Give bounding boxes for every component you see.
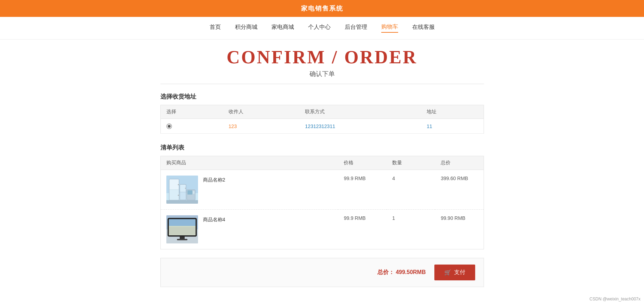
order-table: 购买商品 价格 数量 总价 xyxy=(160,156,484,249)
order-col-price: 价格 xyxy=(338,156,387,170)
svg-rect-24 xyxy=(177,239,187,240)
product-name-1: 商品名称2 xyxy=(203,176,225,183)
product-image-2 xyxy=(166,215,198,243)
cart-icon: 🛒 xyxy=(444,269,451,276)
nav-item-points-mall[interactable]: 积分商城 xyxy=(235,24,257,32)
pay-button[interactable]: 🛒 支付 xyxy=(434,265,475,280)
svg-rect-23 xyxy=(180,236,185,239)
address-table-header: 选择 收件人 联系方式 地址 xyxy=(160,105,484,119)
svg-rect-20 xyxy=(169,219,196,226)
svg-rect-4 xyxy=(170,190,179,200)
order-price-2: 99.9 RMB xyxy=(338,210,387,249)
hero-title-sub: 确认下单 xyxy=(160,70,484,78)
watermark: CSDN @weixin_teach007x xyxy=(589,297,640,301)
address-row: 123 12312312311 11 xyxy=(160,119,484,134)
address-table: 选择 收件人 联系方式 地址 123 12312312311 11 xyxy=(160,105,484,134)
svg-rect-12 xyxy=(187,190,192,195)
order-row-1: 商品名称2 99.9 RMB 4 399.60 RMB xyxy=(160,170,484,210)
order-col-product: 购买商品 xyxy=(160,156,338,170)
page-content: CONFIRM / ORDER 确认下单 选择收货地址 选择 收件人 联系方式 … xyxy=(153,40,491,305)
order-product-cell-2: 商品名称4 xyxy=(160,210,338,249)
order-col-qty: 数量 xyxy=(387,156,435,170)
address-col-contact: 联系方式 xyxy=(299,105,421,119)
address-col-select: 选择 xyxy=(160,105,223,119)
address-radio[interactable] xyxy=(166,123,172,129)
order-col-total: 总价 xyxy=(435,156,484,170)
address-col-address: 地址 xyxy=(421,105,484,119)
address-contact: 12312312311 xyxy=(299,119,421,134)
nav-item-appliance-mall[interactable]: 家电商城 xyxy=(272,24,294,32)
order-total-2: 99.90 RMB xyxy=(435,210,484,249)
order-section-heading: 清单列表 xyxy=(160,144,484,152)
order-price-1: 99.9 RMB xyxy=(338,170,387,210)
total-price-label: 总价： 499.50RMB xyxy=(377,269,426,276)
address-address: 11 xyxy=(421,119,484,134)
address-col-recipient: 收件人 xyxy=(223,105,300,119)
order-qty-1: 4 xyxy=(387,170,435,210)
nav-item-personal-center[interactable]: 个人中心 xyxy=(308,24,331,32)
nav-item-admin[interactable]: 后台管理 xyxy=(345,24,367,32)
top-bar: 家电销售系统 xyxy=(0,0,644,17)
total-value: 499.50RMB xyxy=(396,269,426,275)
nav-item-cart[interactable]: 购物车 xyxy=(381,23,398,33)
order-row-2: 商品名称4 99.9 RMB 1 99.90 RMB xyxy=(160,210,484,249)
pay-button-label: 支付 xyxy=(454,269,465,276)
svg-point-5 xyxy=(178,184,179,185)
product-row-content-2: 商品名称4 xyxy=(166,215,333,243)
order-qty-2: 1 xyxy=(387,210,435,249)
address-table-body: 123 12312312311 11 xyxy=(160,119,484,134)
hero-title-main: CONFIRM / ORDER xyxy=(160,47,484,68)
svg-point-6 xyxy=(178,195,179,196)
address-section-heading: 选择收货地址 xyxy=(160,93,484,101)
svg-rect-13 xyxy=(193,191,195,194)
fridge-illustration xyxy=(166,176,198,204)
svg-rect-9 xyxy=(180,192,186,199)
total-label-text: 总价： xyxy=(377,269,394,275)
product-name-2: 商品名称4 xyxy=(203,215,225,223)
svg-point-10 xyxy=(185,188,185,189)
order-product-cell-1: 商品名称2 xyxy=(160,170,338,210)
address-select-cell[interactable] xyxy=(160,119,223,134)
nav-item-home[interactable]: 首页 xyxy=(210,24,221,32)
svg-rect-21 xyxy=(169,226,196,235)
order-footer: 总价： 499.50RMB 🛒 支付 xyxy=(160,258,484,287)
site-title: 家电销售系统 xyxy=(301,5,343,12)
nav-item-customer-service[interactable]: 在线客服 xyxy=(412,24,435,32)
svg-rect-22 xyxy=(169,226,196,227)
hero-title-container: CONFIRM / ORDER xyxy=(160,47,484,68)
address-recipient: 123 xyxy=(223,119,300,134)
order-table-body: 商品名称2 99.9 RMB 4 399.60 RMB xyxy=(160,170,484,249)
product-image-1 xyxy=(166,176,198,204)
tv-illustration xyxy=(166,215,198,243)
order-total-1: 399.60 RMB xyxy=(435,170,484,210)
svg-rect-8 xyxy=(180,185,186,192)
title-divider xyxy=(160,84,484,84)
order-table-header: 购买商品 价格 数量 总价 xyxy=(160,156,484,170)
svg-rect-14 xyxy=(166,200,198,204)
product-row-content-1: 商品名称2 xyxy=(166,176,333,204)
svg-rect-3 xyxy=(170,179,179,189)
navigation: 首页 积分商城 家电商城 个人中心 后台管理 购物车 在线客服 xyxy=(0,17,644,40)
